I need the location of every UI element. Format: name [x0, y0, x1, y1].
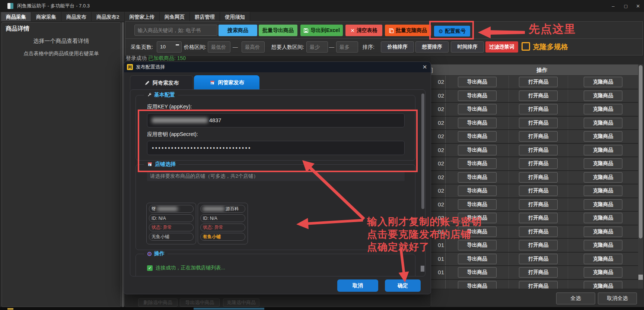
search-products-button[interactable]: 搜索商品: [219, 25, 257, 36]
table-row[interactable]: 02 导出商品 打开商品 克隆商品: [431, 76, 638, 89]
open-product-button[interactable]: 打开商品: [519, 227, 558, 237]
clone-product-button[interactable]: 克隆商品: [584, 267, 622, 278]
table-row[interactable]: 02 导出商品 打开商品 克隆商品: [431, 171, 638, 185]
export-product-button[interactable]: 导出商品: [458, 227, 497, 237]
export-product-button[interactable]: 导出商品: [458, 158, 497, 169]
open-product-button[interactable]: 打开商品: [519, 254, 558, 264]
table-scrollbar-thumb[interactable]: [639, 65, 643, 238]
price-min-input[interactable]: [208, 41, 230, 53]
export-product-button[interactable]: 导出商品: [458, 281, 497, 289]
pages-stepper[interactable]: 10: [157, 41, 182, 53]
table-row[interactable]: 01 导出商品 打开商品 克隆商品: [431, 266, 638, 280]
export-product-button[interactable]: 导出商品: [458, 91, 497, 101]
clone-product-button[interactable]: 克隆商品: [584, 131, 622, 142]
minimize-button[interactable]: –: [607, 0, 619, 12]
open-product-button[interactable]: 打开商品: [519, 131, 558, 142]
export-product-button[interactable]: 导出商品: [458, 145, 497, 155]
tab-xianyu-web[interactable]: 闲鱼网页: [160, 12, 190, 21]
export-excel-button[interactable]: 导出到Excel: [300, 25, 343, 36]
table-row[interactable]: 导出商品 打开商品 克隆商品: [431, 280, 638, 289]
delete-selected-button[interactable]: 删除选中商品: [138, 298, 178, 307]
tab-groupstore-manage[interactable]: 群店管理: [190, 12, 220, 21]
tab-usage-notice[interactable]: 使用须知: [220, 12, 250, 21]
clone-product-button[interactable]: 克隆商品: [584, 104, 622, 114]
deselect-all-button[interactable]: 取消全选: [598, 292, 637, 304]
export-selected-button[interactable]: 导出选中商品: [180, 298, 220, 307]
cancel-button[interactable]: 取消: [337, 279, 378, 292]
tab-product-publish[interactable]: 商品发布: [61, 12, 92, 21]
open-product-button[interactable]: 打开商品: [519, 145, 558, 155]
table-scrollbar-grip[interactable]: [638, 275, 643, 280]
open-product-button[interactable]: 打开商品: [519, 91, 558, 101]
export-product-button[interactable]: 导出商品: [458, 118, 497, 128]
clone-product-button[interactable]: 克隆商品: [584, 199, 622, 210]
appsecret-input[interactable]: ●●●●●●●●●●●●●●●●●●●●●●●●●●●●●●●: [147, 141, 405, 155]
clone-product-button[interactable]: 克隆商品: [584, 281, 622, 289]
table-row[interactable]: 02 导出商品 打开商品 克隆商品: [431, 184, 638, 198]
table-row[interactable]: 01 导出商品 打开商品 克隆商品: [431, 225, 638, 239]
export-product-button[interactable]: 导出商品: [458, 199, 497, 210]
tab-product-publish2[interactable]: 商品发布2: [92, 12, 125, 21]
sort-want-button[interactable]: 想要排序: [415, 41, 449, 53]
table-row[interactable]: 02 导出商品 打开商品 克隆商品: [431, 89, 638, 103]
open-product-button[interactable]: 打开商品: [519, 281, 558, 289]
clone-product-button[interactable]: 克隆商品: [584, 77, 622, 87]
filter-banned-words-button[interactable]: 过滤违禁词: [485, 41, 518, 53]
store-card-2[interactable]: 源百科 ID: N/A 状态: 异常 有鱼小铺: [198, 203, 248, 244]
export-product-button[interactable]: 导出商品: [458, 104, 497, 114]
table-row[interactable]: 01 导出商品 打开商品 克隆商品: [431, 239, 638, 253]
open-product-button[interactable]: 打开商品: [519, 172, 558, 183]
table-row[interactable]: 02 导出商品 打开商品 克隆商品: [431, 198, 638, 212]
clone-product-button[interactable]: 克隆商品: [584, 158, 622, 169]
clone-product-button[interactable]: 克隆商品: [584, 145, 622, 155]
clear-table-button[interactable]: ✕ 清空表格: [345, 25, 382, 36]
export-product-button[interactable]: 导出商品: [458, 240, 497, 250]
table-row[interactable]: 01 导出商品 打开商品 克隆商品: [431, 253, 638, 266]
export-product-button[interactable]: 导出商品: [458, 131, 497, 142]
clone-product-button[interactable]: 克隆商品: [584, 91, 622, 101]
clone-product-button[interactable]: 克隆商品: [584, 186, 622, 196]
tab-xianguanjia-upload[interactable]: 闲管家上传: [125, 12, 160, 21]
export-product-button[interactable]: 导出商品: [458, 77, 497, 87]
export-product-button[interactable]: 导出商品: [458, 213, 497, 223]
want-max-input[interactable]: [336, 41, 358, 53]
table-row[interactable]: 02 导出商品 打开商品 克隆商品: [431, 103, 638, 117]
config-account-button[interactable]: ⚙ 配置账号: [434, 26, 470, 37]
search-input[interactable]: [134, 25, 217, 36]
export-product-button[interactable]: 导出商品: [458, 254, 497, 264]
clone-product-button[interactable]: 克隆商品: [584, 240, 622, 250]
table-row[interactable]: 02 导出商品 打开商品 克隆商品: [431, 130, 638, 144]
clone-product-button[interactable]: 克隆商品: [584, 254, 622, 264]
tab-xianguanjia-publish[interactable]: 闲管家发布: [194, 75, 259, 90]
clone-multi-spec-checkbox[interactable]: [522, 42, 530, 51]
batch-clone-button[interactable]: 批量克隆商品: [385, 25, 431, 36]
clone-product-button[interactable]: 克隆商品: [584, 213, 622, 223]
dialog-close-button[interactable]: ✕: [420, 63, 429, 71]
export-product-button[interactable]: 导出商品: [458, 186, 497, 196]
tab-merchant-collect[interactable]: 商家采集: [31, 12, 61, 21]
batch-export-button[interactable]: 批量导出商品: [259, 25, 297, 36]
table-row[interactable]: 02 导出商品 打开商品 克隆商品: [431, 117, 638, 130]
tab-aqisuo-publish[interactable]: 阿奇索发布: [130, 75, 193, 90]
sort-price-button[interactable]: 价格排序: [381, 41, 414, 53]
want-min-input[interactable]: [306, 41, 328, 53]
open-product-button[interactable]: 打开商品: [519, 213, 558, 223]
window-close-button[interactable]: ✕: [632, 0, 644, 12]
clone-product-button[interactable]: 克隆商品: [584, 172, 622, 183]
sort-time-button[interactable]: 时间排序: [451, 41, 484, 53]
store-card-1[interactable]: 呀 ID: N/A 状态: 异常 无鱼小铺: [146, 203, 196, 244]
dialog-scrollbar-thumb[interactable]: [421, 94, 424, 209]
clone-product-button[interactable]: 克隆商品: [584, 118, 622, 128]
open-product-button[interactable]: 打开商品: [519, 186, 558, 196]
export-product-button[interactable]: 导出商品: [458, 172, 497, 183]
clone-product-button[interactable]: 克隆商品: [584, 227, 622, 237]
open-product-button[interactable]: 打开商品: [519, 118, 558, 128]
dialog-scrollbar-grip[interactable]: [421, 266, 424, 272]
open-product-button[interactable]: 打开商品: [519, 77, 558, 87]
export-product-button[interactable]: 导出商品: [458, 267, 497, 278]
open-product-button[interactable]: 打开商品: [519, 199, 558, 210]
table-row[interactable]: 02 导出商品 打开商品 克隆商品: [431, 144, 638, 158]
table-row[interactable]: 02 导出商品 打开商品 克隆商品: [431, 157, 638, 171]
clone-selected-button[interactable]: 克隆选中商品: [223, 298, 259, 307]
price-max-input[interactable]: [242, 41, 265, 53]
